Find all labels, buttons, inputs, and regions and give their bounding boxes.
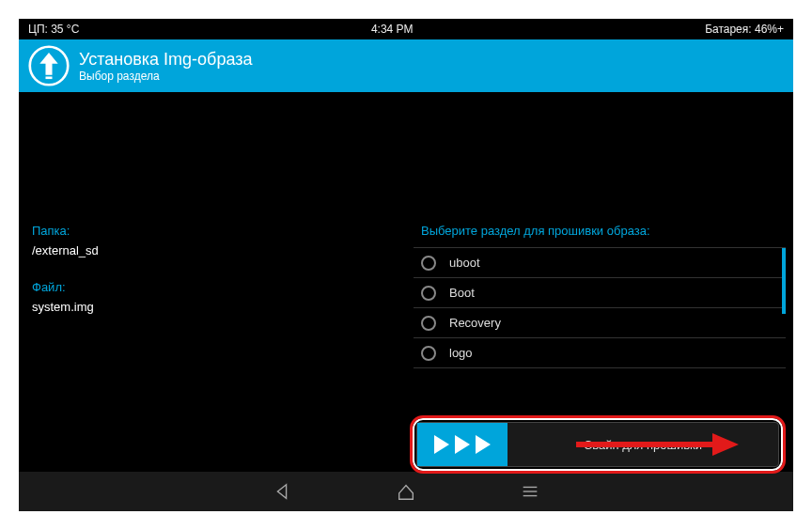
page-subtitle: Выбор раздела bbox=[79, 70, 252, 83]
twrp-logo-icon bbox=[28, 45, 70, 86]
partition-name: uboot bbox=[449, 256, 480, 270]
menu-icon[interactable] bbox=[520, 481, 540, 502]
nav-bar bbox=[19, 472, 793, 511]
folder-label: Папка: bbox=[32, 224, 414, 238]
partition-name: Boot bbox=[449, 286, 475, 300]
radio-icon bbox=[421, 256, 436, 271]
swipe-handle[interactable] bbox=[417, 423, 508, 466]
partition-item-logo[interactable]: logo bbox=[414, 338, 786, 368]
app-header: Установка Img-образа Выбор раздела bbox=[19, 39, 793, 92]
partition-item-recovery[interactable]: Recovery bbox=[414, 308, 786, 338]
radio-icon bbox=[421, 346, 436, 361]
radio-icon bbox=[421, 316, 436, 331]
file-label: Файл: bbox=[32, 280, 414, 294]
play-icon bbox=[432, 435, 451, 454]
annotation-arrow-icon bbox=[571, 430, 741, 459]
battery-status: Батарея: 46%+ bbox=[705, 23, 784, 36]
play-icon bbox=[474, 435, 492, 454]
page-title: Установка Img-образа bbox=[79, 50, 252, 70]
swipe-highlight: Свайп для прошивки bbox=[410, 415, 786, 474]
partition-item-boot[interactable]: Boot bbox=[414, 278, 786, 308]
scrollbar[interactable] bbox=[782, 248, 786, 314]
partition-label: Выберите раздел для прошивки образа: bbox=[414, 224, 786, 238]
back-icon[interactable] bbox=[272, 481, 292, 502]
file-value: system.img bbox=[32, 300, 414, 314]
partition-name: Recovery bbox=[449, 316, 501, 330]
svg-rect-1 bbox=[45, 76, 52, 79]
status-bar: ЦП: 35 °C 4:34 PM Батарея: 46%+ bbox=[19, 19, 793, 39]
partition-item-uboot[interactable]: uboot bbox=[414, 248, 786, 278]
partition-name: logo bbox=[449, 346, 473, 360]
partition-list[interactable]: uboot Boot Recovery logo bbox=[414, 247, 786, 368]
home-icon[interactable] bbox=[396, 481, 416, 502]
cpu-temp: ЦП: 35 °C bbox=[28, 23, 79, 36]
radio-icon bbox=[421, 286, 436, 301]
folder-value: /external_sd bbox=[32, 243, 414, 257]
play-icon bbox=[453, 435, 472, 454]
swipe-slider[interactable]: Свайп для прошивки bbox=[416, 422, 779, 467]
clock: 4:34 PM bbox=[371, 23, 414, 36]
